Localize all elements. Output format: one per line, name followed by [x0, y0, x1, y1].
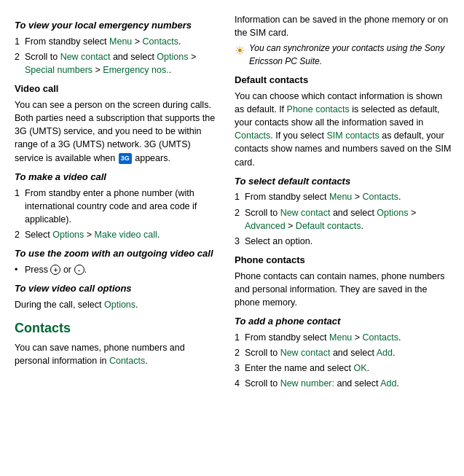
contacts-link: Contacts [363, 332, 398, 343]
add-link: Add [377, 348, 393, 358]
view-video-options-body: During the call, select Options. [15, 298, 217, 311]
step-number: 2 [235, 346, 245, 359]
default-contacts-body: You can choose which contact information… [235, 90, 452, 169]
contacts-link: Contacts [143, 36, 178, 47]
right-column: Information can be saved in the phone me… [226, 7, 464, 469]
menu-link: Menu [329, 192, 352, 202]
step-number: 3 [235, 362, 245, 375]
sim-contacts-link: SIM contacts [326, 130, 379, 141]
info-text: Information can be saved in the phone me… [235, 13, 452, 39]
zoom-heading: To use the zoom with an outgoing video c… [15, 247, 217, 261]
video-call-body: You can see a person on the screen durin… [15, 98, 217, 165]
add-contact-step-3: 3 Enter the name and select OK. [235, 362, 452, 375]
select-default-step-1: 1 From standby select Menu > Contacts. [235, 190, 452, 203]
new-contact-link: New contact [280, 208, 331, 218]
step-content: From standby select Menu > Contacts. [245, 190, 452, 203]
phone-contacts-heading: Phone contacts [235, 254, 452, 268]
add-phone-contact-heading: To add a phone contact [235, 315, 452, 329]
video-step-1: 1 From standby enter a phone number (wit… [15, 187, 217, 226]
new-contact-link: New contact [280, 348, 331, 358]
zoom-content: Press + or -. [25, 263, 87, 276]
add-link: Add [380, 378, 396, 389]
left-column: To view your local emergency numbers 1 F… [0, 7, 226, 469]
step-content: From standby select Menu > Contacts. [25, 35, 217, 48]
default-contacts-link: Default contacts [296, 221, 361, 231]
contacts-link: Contacts [109, 356, 145, 366]
video-step-2: 2 Select Options > Make video call. [15, 228, 217, 241]
step-content: Scroll to New contact and select Add. [245, 346, 452, 359]
emergency-nos-link: Emergency nos. [103, 65, 168, 75]
contacts-link: Contacts [363, 192, 398, 202]
add-contact-step-1: 1 From standby select Menu > Contacts. [235, 331, 452, 344]
emergency-step-1: 1 From standby select Menu > Contacts. [15, 35, 217, 48]
options-link: Options [52, 230, 84, 240]
phone-contacts-link: Phone contacts [287, 104, 350, 114]
step-content: From standby enter a phone number (with … [25, 187, 217, 226]
add-contact-step-4: 4 Scroll to New number: and select Add. [235, 377, 452, 390]
advanced-link: Advanced [245, 221, 286, 231]
select-default-heading: To select default contacts [235, 175, 452, 189]
new-number-link: New number: [280, 378, 334, 389]
zoom-in-icon: + [50, 265, 60, 275]
tip-icon: ☀ [235, 44, 245, 58]
step-number: 2 [15, 50, 25, 77]
options-link: Options [157, 52, 188, 62]
contacts-link: Contacts [235, 130, 270, 141]
step-content: Scroll to New number: and select Add. [245, 377, 452, 390]
step-number: 2 [235, 206, 245, 233]
make-video-call-link: Make video call [95, 230, 157, 240]
step-content: Enter the name and select OK. [245, 362, 452, 375]
zoom-out-icon: - [74, 265, 84, 275]
contacts-main-heading: Contacts [15, 319, 217, 338]
ok-link: OK [353, 363, 366, 373]
step-number: 3 [235, 235, 245, 248]
contacts-intro: You can save names, phone numbers and pe… [15, 341, 217, 367]
step-number: 1 [235, 331, 245, 344]
new-contact-link: New contact [60, 52, 111, 62]
default-contacts-heading: Default contacts [235, 74, 452, 87]
special-numbers-link: Special numbers [25, 65, 93, 75]
step-content: Scroll to New contact and select Options… [25, 50, 217, 77]
step-content: From standby select Menu > Contacts. [245, 331, 452, 344]
view-video-options-heading: To view video call options [15, 282, 217, 296]
view-emergency-heading: To view your local emergency numbers [15, 19, 217, 33]
step-number: 1 [235, 190, 245, 203]
step-content: Select an option. [245, 235, 452, 248]
phone-contacts-body: Phone contacts can contain names, phone … [235, 270, 452, 309]
add-contact-step-2: 2 Scroll to New contact and select Add. [235, 346, 452, 359]
3g-icon: 3G [119, 153, 132, 164]
page-container: To view your local emergency numbers 1 F… [0, 0, 464, 476]
make-video-call-heading: To make a video call [15, 171, 217, 184]
tip-box: ☀ You can synchronize your contacts usin… [235, 42, 452, 68]
menu-link: Menu [109, 36, 132, 47]
step-number: 2 [15, 228, 25, 241]
bullet-symbol: • [15, 263, 25, 276]
options-link: Options [104, 300, 135, 310]
video-call-heading: Video call [15, 82, 217, 96]
select-default-step-3: 3 Select an option. [235, 235, 452, 248]
tip-text: You can synchronize your contacts using … [249, 42, 452, 68]
step-content: Scroll to New contact and select Options… [245, 206, 452, 233]
step-number: 1 [15, 187, 25, 226]
select-default-step-2: 2 Scroll to New contact and select Optio… [235, 206, 452, 233]
step-number: 1 [15, 35, 25, 48]
zoom-bullet: • Press + or -. [15, 263, 217, 276]
step-number: 4 [235, 377, 245, 390]
emergency-step-2: 2 Scroll to New contact and select Optio… [15, 50, 217, 77]
step-content: Select Options > Make video call. [25, 228, 217, 241]
menu-link: Menu [329, 332, 352, 343]
options-link: Options [377, 208, 408, 218]
